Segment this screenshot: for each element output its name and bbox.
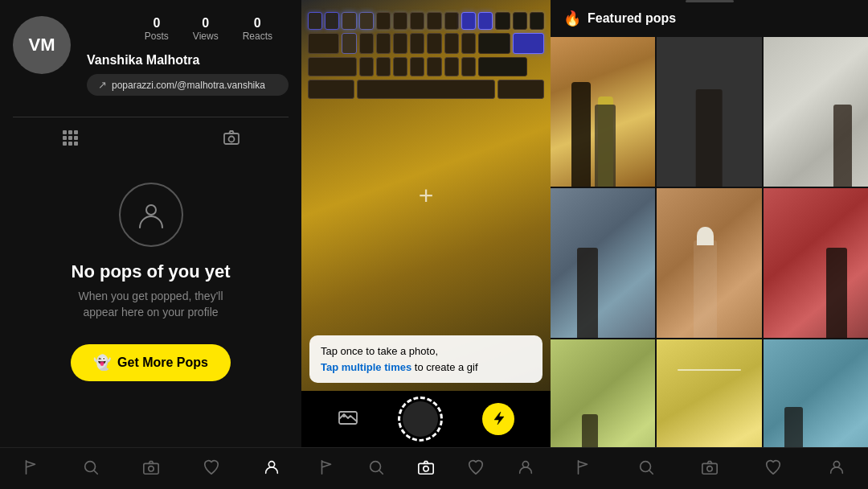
cam-nav-search[interactable] — [367, 458, 385, 479]
stat-reacts: 0 Reacts — [243, 16, 272, 42]
svg-rect-19 — [419, 463, 433, 474]
middle-panel-camera: + Tap once to take a photo, Tap multiple… — [301, 0, 551, 489]
profile-url-text: poparazzi.com/@malhotra.vanshika — [112, 80, 265, 91]
tooltip-text-line1: Tap once to take a photo, — [321, 345, 438, 357]
svg-point-25 — [833, 461, 839, 466]
grid-item-5[interactable] — [657, 188, 761, 338]
no-pops-subtitle: When you get popped, they'll appear here… — [63, 289, 240, 320]
flash-button[interactable] — [482, 403, 514, 435]
nav-heart-icon[interactable] — [203, 458, 220, 479]
svg-rect-4 — [68, 136, 72, 140]
svg-point-17 — [342, 414, 346, 417]
svg-rect-1 — [68, 130, 72, 134]
camera-bottom-nav — [301, 447, 551, 489]
svg-point-20 — [424, 466, 428, 471]
no-pops-section: No pops of you yet When you get popped, … — [63, 183, 240, 489]
keyboard-keys — [308, 12, 544, 99]
cam-nav-profile[interactable] — [517, 458, 534, 479]
right-nav-flag[interactable] — [574, 458, 592, 479]
right-bottom-nav — [551, 447, 868, 489]
grid-icon[interactable] — [61, 129, 79, 150]
profile-icons-row — [13, 129, 289, 150]
person-circle — [119, 183, 183, 247]
nav-camera-icon[interactable] — [142, 458, 160, 479]
tooltip-text-line2: to create a gif — [415, 361, 478, 373]
svg-point-10 — [229, 137, 235, 142]
nav-search-icon[interactable] — [82, 458, 100, 479]
svg-rect-8 — [74, 142, 78, 146]
profile-name: Vanshika Malhotra — [87, 53, 289, 68]
right-nav-camera[interactable] — [701, 458, 719, 479]
cam-nav-camera[interactable] — [417, 458, 435, 479]
avatar: VM — [13, 16, 71, 74]
svg-point-15 — [268, 461, 274, 466]
stat-posts: 0 Posts — [145, 16, 169, 42]
shutter-button[interactable] — [398, 397, 443, 442]
stat-views: 0 Views — [193, 16, 219, 42]
tooltip-link: Tap multiple times — [321, 361, 411, 373]
camera-controls — [301, 391, 551, 447]
snapchat-icon: 👻 — [93, 354, 111, 372]
nav-flag-icon[interactable] — [22, 458, 39, 479]
svg-rect-23 — [702, 463, 716, 474]
grid-item-1[interactable] — [551, 37, 655, 187]
svg-rect-6 — [63, 142, 67, 146]
camera-profile-icon[interactable] — [223, 129, 240, 150]
svg-rect-5 — [74, 136, 78, 140]
svg-point-22 — [640, 461, 650, 471]
divider — [13, 117, 289, 117]
profile-url-bar[interactable]: ↗ poparazzi.com/@malhotra.vanshika — [87, 74, 289, 96]
camera-plus-icon[interactable]: + — [419, 181, 434, 211]
right-nav-search[interactable] — [637, 458, 655, 479]
featured-grid — [551, 37, 868, 489]
right-nav-profile[interactable] — [828, 458, 845, 479]
svg-point-24 — [706, 466, 711, 471]
svg-point-14 — [148, 466, 153, 471]
grid-item-6[interactable] — [764, 188, 868, 338]
svg-rect-3 — [63, 136, 67, 140]
fire-icon: 🔥 — [563, 10, 581, 27]
profile-top: VM 0 Posts 0 Views 0 Reacts — [13, 16, 289, 96]
svg-point-21 — [522, 461, 528, 466]
link-icon: ↗ — [98, 79, 107, 91]
svg-point-18 — [371, 461, 381, 471]
featured-title: Featured pops — [588, 11, 676, 26]
camera-view: + Tap once to take a photo, Tap multiple… — [301, 0, 551, 391]
grid-item-4[interactable] — [551, 188, 655, 338]
svg-rect-13 — [143, 463, 158, 474]
featured-header: 🔥 Featured pops — [551, 0, 868, 37]
app-container: VM 0 Posts 0 Views 0 Reacts — [0, 0, 868, 489]
no-pops-title: No pops of you yet — [72, 261, 231, 282]
shutter-inner — [403, 401, 438, 437]
scroll-indicator — [686, 0, 734, 2]
cam-nav-heart[interactable] — [467, 458, 485, 479]
right-panel-featured: 🔥 Featured pops — [551, 0, 868, 489]
profile-stats: 0 Posts 0 Views 0 Reacts — [145, 16, 289, 42]
get-more-pops-button[interactable]: 👻 Get More Pops — [71, 344, 231, 381]
camera-tooltip: Tap once to take a photo, Tap multiple t… — [309, 335, 542, 383]
svg-point-12 — [84, 461, 95, 471]
svg-rect-2 — [74, 130, 78, 134]
profile-info: 0 Posts 0 Views 0 Reacts Vanshika Malhot… — [87, 16, 289, 96]
gallery-button[interactable] — [338, 406, 358, 432]
svg-rect-0 — [63, 130, 67, 134]
cam-nav-flag[interactable] — [317, 458, 335, 479]
get-more-pops-label: Get More Pops — [117, 355, 208, 370]
grid-item-2[interactable] — [657, 37, 761, 187]
nav-profile-icon[interactable] — [263, 458, 280, 479]
svg-rect-7 — [68, 142, 72, 146]
left-panel-profile: VM 0 Posts 0 Views 0 Reacts — [0, 0, 301, 489]
grid-item-3[interactable] — [764, 37, 868, 187]
svg-point-11 — [146, 205, 156, 215]
right-nav-heart[interactable] — [764, 458, 782, 479]
left-bottom-nav — [0, 447, 301, 489]
